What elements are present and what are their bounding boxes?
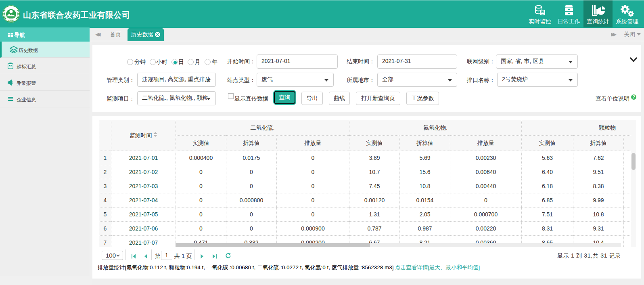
- svg-text:MEE: MEE: [8, 19, 14, 22]
